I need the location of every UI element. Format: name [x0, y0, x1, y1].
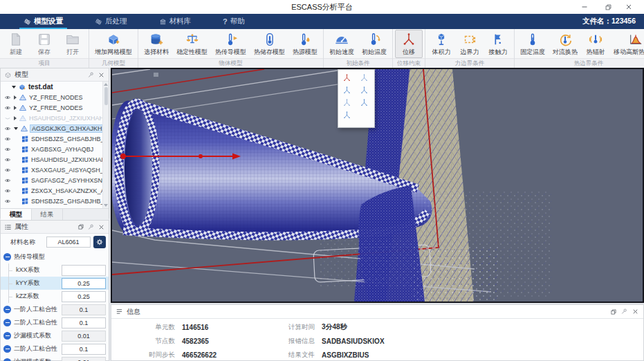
model-cube-icon — [4, 71, 12, 79]
tree-item[interactable]: YZ_FREE_NODES — [1, 92, 109, 102]
eye-icon[interactable] — [3, 146, 12, 153]
axes-red-icon[interactable] — [339, 71, 354, 84]
gear-icon — [95, 238, 104, 246]
toolbar-button-fixed-temperature[interactable]: 固定温度 — [517, 30, 549, 58]
axes-blue-icon[interactable] — [339, 96, 354, 109]
toolbar-button-displacement[interactable]: 位移 — [395, 30, 423, 58]
collapse-minus-icon[interactable] — [3, 253, 11, 261]
tree-item[interactable]: SAGFASGZ_ASYHHXSN — [1, 175, 109, 185]
expand-arrow-icon[interactable] — [12, 86, 16, 89]
toolbar-button-thermal-radiation[interactable]: 热辐射 — [582, 30, 609, 58]
eye-icon[interactable] — [3, 198, 12, 205]
scroll-down-icon[interactable] — [104, 204, 108, 207]
menu-model-settings[interactable]: 模型设置 — [15, 14, 71, 29]
eye-icon[interactable] — [3, 94, 12, 101]
eye-closed-icon[interactable] — [3, 115, 12, 122]
tree-item[interactable]: HSAUHDISU_JZXIUXHAHX — [1, 113, 109, 123]
axes-blue-icon[interactable] — [356, 96, 371, 109]
tree-item[interactable]: XAGBSXG_AYHAQBJ — [1, 144, 109, 154]
collapse-arrow-icon[interactable] — [14, 95, 17, 100]
eye-icon[interactable] — [3, 104, 12, 111]
expand-arrow-icon[interactable] — [14, 127, 18, 130]
tree-item[interactable]: SDHSBJZS_GHSABJHB_ZAHU — [1, 133, 109, 144]
viscosity-1-field[interactable]: 0.1 — [62, 304, 106, 315]
kzz-field[interactable]: 0.25 — [62, 291, 106, 302]
menu-post-processing[interactable]: 后处理 — [86, 14, 136, 29]
section-heat-conduction[interactable]: 热传导模型 — [1, 250, 109, 263]
toolbar-button-save[interactable]: 保存 — [30, 30, 58, 58]
material-settings-button[interactable] — [93, 236, 106, 248]
toolbar-button-contact-force[interactable]: 接触力 — [484, 30, 512, 58]
tree-item[interactable]: XSAXGAUS_AISYAQSH_ASHX — [1, 165, 109, 175]
model-panel-header: 模型 — [1, 68, 109, 82]
kxx-field[interactable] — [62, 265, 106, 276]
tree-root[interactable]: test.dat — [1, 82, 109, 92]
toolbar-button-convection[interactable]: 对流换热 — [549, 30, 581, 58]
pin-icon[interactable] — [87, 223, 95, 231]
scroll-up-icon[interactable] — [104, 83, 108, 86]
close-icon[interactable] — [98, 71, 105, 79]
kyy-field[interactable]: 0.25 — [62, 278, 106, 289]
material-name-field[interactable]: AL6061 — [46, 237, 91, 248]
pin-icon[interactable] — [87, 71, 95, 79]
close-icon[interactable] — [98, 223, 105, 231]
menu-material-library[interactable]: 材料库 — [151, 14, 200, 29]
eye-icon[interactable] — [3, 167, 12, 174]
collapse-arrow-icon[interactable] — [14, 116, 17, 120]
toolbar-button-add-mesh-model[interactable]: 增加网格模型 — [91, 30, 136, 58]
collapse-arrow-icon[interactable] — [14, 106, 17, 110]
minimize-button[interactable] — [575, 0, 594, 14]
axes-blue-icon[interactable] — [356, 84, 371, 96]
toolbar-button-initial-velocity[interactable]: 初始速度 — [326, 30, 358, 58]
toolbar-button-body-force[interactable]: 体积力 — [427, 30, 455, 58]
toolbar-button-new[interactable]: 新建 — [2, 30, 30, 58]
toolbar-button-moving-gauss-heat-flux[interactable]: 移动高斯热通量 — [610, 30, 644, 58]
thermometer-arrows-icon — [223, 32, 239, 47]
collapse-minus-icon[interactable] — [3, 319, 11, 326]
close-icon[interactable] — [632, 308, 639, 315]
hourglass-1-field[interactable]: 0.01 — [62, 331, 106, 342]
eye-icon[interactable] — [3, 177, 12, 184]
toolbar-button-heat-source-model[interactable]: 热源模型 — [289, 30, 321, 58]
gauge-icon — [334, 32, 349, 47]
viewport-3d[interactable] — [111, 68, 644, 303]
node-count-value: 4582365 — [182, 337, 286, 345]
toolbar-button-heat-storage-model[interactable]: 热储存模型 — [250, 30, 288, 58]
tab-model[interactable]: 模型 — [1, 209, 32, 220]
restore-icon[interactable] — [77, 223, 84, 230]
toolbar-button-stability-model[interactable]: 稳定性模型 — [173, 30, 211, 58]
eye-icon[interactable] — [3, 125, 12, 132]
viscosity-3-field[interactable]: 0.1 — [62, 344, 106, 355]
tree-item[interactable]: HSAUHDISU_JZXIUXHAHX — [1, 154, 109, 165]
toolbar-button-boundary-force[interactable]: 边界力 — [456, 30, 484, 58]
eye-icon[interactable] — [3, 187, 12, 194]
collapse-minus-icon[interactable] — [3, 332, 11, 340]
collapse-minus-icon[interactable] — [3, 345, 11, 353]
tree-item[interactable]: ZSXGX_HSAKAZNZXK_AMASX — [1, 185, 109, 196]
eye-icon[interactable] — [3, 136, 12, 142]
panes-icon — [21, 166, 29, 174]
toolbar-button-select-material[interactable]: 选择材料 — [140, 30, 172, 58]
hourglass-2-field[interactable]: 0.01 — [62, 357, 106, 361]
tree-item-selected[interactable]: AGSGKJKG_GJHXAJKHXA — [1, 123, 109, 133]
toolbar-button-open[interactable]: 打开 — [59, 30, 86, 58]
pin-icon[interactable] — [620, 308, 628, 315]
tree-item[interactable]: SDHSBJZS_GHSABJHB_ZAHU — [1, 196, 109, 206]
toolbar-button-initial-temperature[interactable]: 初始温度 — [358, 30, 390, 58]
viscosity-2-field[interactable]: 0.1 — [62, 317, 106, 328]
toolbar-button-heat-conduction-model[interactable]: 热传导模型 — [212, 30, 250, 58]
maximize-button[interactable] — [598, 0, 618, 14]
collapse-minus-icon[interactable] — [3, 306, 11, 313]
axes-blue-icon[interactable] — [356, 71, 371, 84]
close-button[interactable] — [619, 0, 638, 14]
scrollbar-thumb[interactable] — [104, 87, 108, 105]
collapse-minus-icon[interactable] — [3, 358, 11, 361]
menu-help[interactable]: ? 帮助 — [214, 14, 253, 29]
tree-scrollbar[interactable] — [102, 82, 109, 208]
axes-blue-icon[interactable] — [339, 84, 354, 96]
tab-results[interactable]: 结果 — [32, 209, 63, 220]
tree-item[interactable]: YZ_FREE_NODES — [1, 102, 109, 113]
axes-blue-icon[interactable] — [339, 109, 354, 121]
eye-icon[interactable] — [3, 156, 12, 163]
restore-icon[interactable] — [610, 308, 617, 315]
